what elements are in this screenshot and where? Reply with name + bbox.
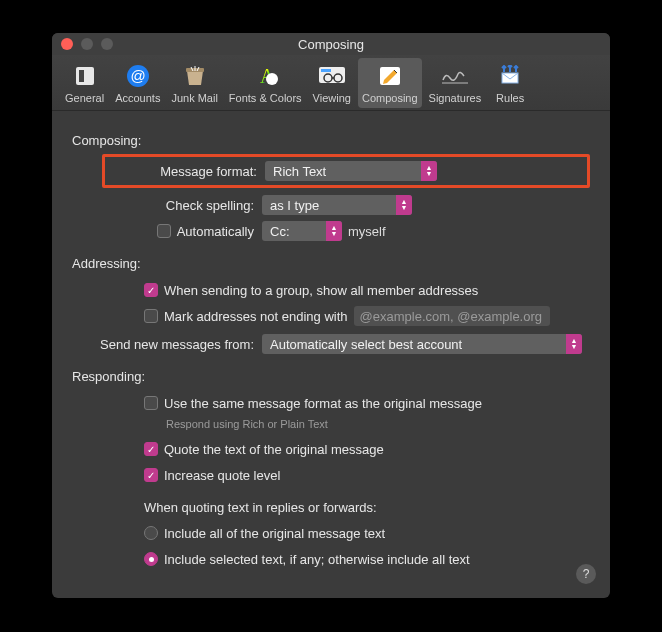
tab-label: Composing (362, 92, 418, 104)
cc-bcc-popup[interactable]: Cc: ▲▼ (262, 221, 342, 241)
fonts-colors-icon: A (249, 62, 281, 90)
signature-icon (439, 62, 471, 90)
glasses-icon (316, 62, 348, 90)
tab-label: General (65, 92, 104, 104)
myself-label: myself (348, 224, 386, 239)
group-addresses-checkbox[interactable] (144, 283, 158, 297)
tab-label: Accounts (115, 92, 160, 104)
compose-icon (374, 62, 406, 90)
traffic-lights (61, 38, 113, 50)
quote-text-label: Quote the text of the original message (164, 442, 384, 457)
group-addresses-label: When sending to a group, show all member… (164, 283, 478, 298)
tab-label: Signatures (429, 92, 482, 104)
automatically-label: Automatically (177, 224, 254, 239)
at-sign-icon: @ (122, 62, 154, 90)
tab-label: Fonts & Colors (229, 92, 302, 104)
include-all-label: Include all of the original message text (164, 526, 385, 541)
popup-value: Rich Text (273, 164, 326, 179)
tab-junk-mail[interactable]: Junk Mail (167, 58, 221, 108)
same-format-label: Use the same message format as the origi… (164, 396, 482, 411)
include-selected-label: Include selected text, if any; otherwise… (164, 552, 470, 567)
tab-viewing[interactable]: Viewing (309, 58, 355, 108)
same-format-note: Respond using Rich or Plain Text (166, 418, 590, 430)
preferences-window: Composing General @ Accounts Junk Mail A… (52, 33, 610, 598)
section-composing-heading: Composing: (72, 133, 590, 148)
include-all-radio[interactable] (144, 526, 158, 540)
send-from-label: Send new messages from: (72, 337, 262, 352)
svg-point-6 (266, 73, 278, 85)
preferences-toolbar: General @ Accounts Junk Mail A Fonts & C… (52, 55, 610, 111)
content-area: Composing: Message format: Rich Text ▲▼ … (52, 111, 610, 594)
help-icon: ? (583, 567, 590, 581)
titlebar: Composing (52, 33, 610, 55)
mark-addresses-checkbox[interactable] (144, 309, 158, 323)
mark-addresses-label: Mark addresses not ending with (164, 309, 348, 324)
svg-text:@: @ (130, 67, 145, 84)
tab-fonts-colors[interactable]: A Fonts & Colors (225, 58, 306, 108)
tab-rules[interactable]: Rules (488, 58, 532, 108)
trash-icon (179, 62, 211, 90)
same-format-checkbox[interactable] (144, 396, 158, 410)
svg-rect-8 (321, 69, 331, 72)
svg-rect-1 (79, 70, 84, 82)
quoting-heading: When quoting text in replies or forwards… (144, 500, 377, 515)
section-addressing-heading: Addressing: (72, 256, 590, 271)
increase-quote-label: Increase quote level (164, 468, 280, 483)
help-button[interactable]: ? (576, 564, 596, 584)
chevron-updown-icon: ▲▼ (566, 334, 582, 354)
window-title: Composing (52, 37, 610, 52)
popup-value: Automatically select best account (270, 337, 462, 352)
section-responding-heading: Responding: (72, 369, 590, 384)
switch-icon (69, 62, 101, 90)
tab-label: Junk Mail (171, 92, 217, 104)
check-spelling-popup[interactable]: as I type ▲▼ (262, 195, 412, 215)
zoom-button[interactable] (101, 38, 113, 50)
chevron-updown-icon: ▲▼ (421, 161, 437, 181)
mark-addresses-field[interactable] (354, 306, 550, 326)
chevron-updown-icon: ▲▼ (396, 195, 412, 215)
tab-accounts[interactable]: @ Accounts (111, 58, 164, 108)
popup-value: as I type (270, 198, 319, 213)
automatically-checkbox[interactable] (157, 224, 171, 238)
popup-value: Cc: (270, 224, 290, 239)
tab-general[interactable]: General (61, 58, 108, 108)
send-from-popup[interactable]: Automatically select best account ▲▼ (262, 334, 582, 354)
message-format-label: Message format: (111, 164, 265, 179)
close-button[interactable] (61, 38, 73, 50)
include-selected-radio[interactable] (144, 552, 158, 566)
minimize-button[interactable] (81, 38, 93, 50)
tab-signatures[interactable]: Signatures (425, 58, 486, 108)
message-format-popup[interactable]: Rich Text ▲▼ (265, 161, 437, 181)
svg-rect-0 (76, 67, 94, 85)
tab-label: Viewing (313, 92, 351, 104)
message-format-highlight: Message format: Rich Text ▲▼ (102, 154, 590, 188)
chevron-updown-icon: ▲▼ (326, 221, 342, 241)
tab-label: Rules (496, 92, 524, 104)
check-spelling-label: Check spelling: (72, 198, 262, 213)
rules-icon (494, 62, 526, 90)
tab-composing[interactable]: Composing (358, 58, 422, 108)
quote-text-checkbox[interactable] (144, 442, 158, 456)
increase-quote-checkbox[interactable] (144, 468, 158, 482)
